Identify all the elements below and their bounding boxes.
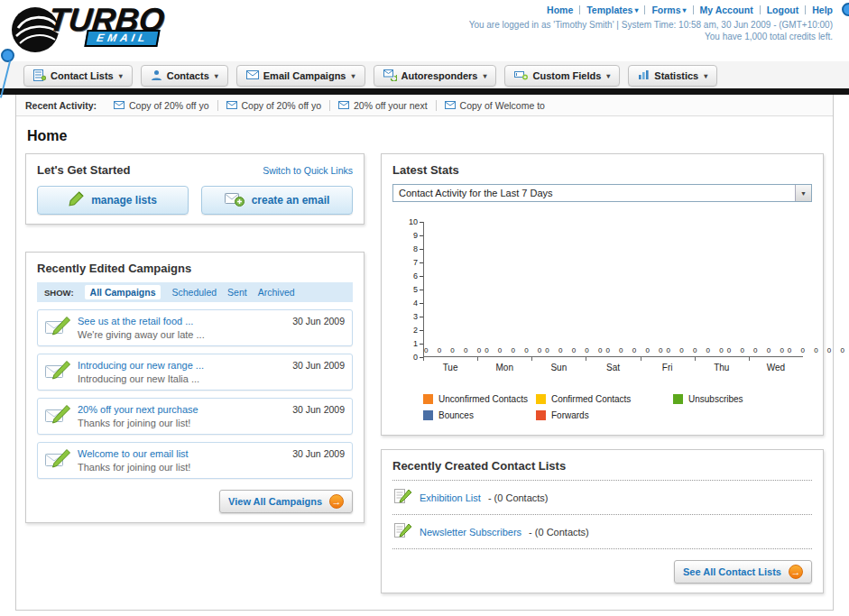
manage-lists-button[interactable]: manage lists <box>37 186 189 215</box>
campaign-date: 30 Jun 2009 <box>292 316 345 326</box>
chevron-down-icon: ▾ <box>215 72 218 80</box>
email-campaigns-icon <box>246 70 259 81</box>
campaign-subtitle: Thanks for joining our list! <box>78 418 285 428</box>
filter-scheduled[interactable]: Scheduled <box>171 287 217 298</box>
recent-activity-text: Copy of Welcome to <box>460 100 545 111</box>
separator <box>805 5 806 14</box>
autoresponders-icon <box>383 69 397 83</box>
pencil-icon <box>69 191 84 209</box>
legend-swatch <box>423 410 433 420</box>
main-nav: Contact Lists ▾ Contacts ▾ Email Campaig… <box>0 61 849 88</box>
chart-series-values: 0 0 0 0 0 <box>545 346 605 354</box>
tab-custom-fields[interactable]: Custom Fields ▾ <box>504 65 620 87</box>
envelope-plus-icon <box>225 192 245 209</box>
recent-activity-item[interactable]: Copy of 20% off yo <box>218 100 331 111</box>
chart-x-axis: TueMonSunSatFriThuWed <box>423 357 803 372</box>
chevron-down-icon: ▾ <box>606 72 610 80</box>
email-edit-icon <box>45 405 70 427</box>
tab-contacts[interactable]: Contacts ▾ <box>141 65 228 87</box>
separator <box>579 5 580 14</box>
legend-swatch <box>423 394 433 404</box>
recent-activity-item[interactable]: 20% off your next <box>330 100 437 111</box>
statistics-icon <box>638 69 650 82</box>
legend-swatch <box>536 394 546 404</box>
x-axis-label: Sun <box>531 357 586 372</box>
tab-contact-lists[interactable]: Contact Lists ▾ <box>23 65 133 87</box>
y-tick-label: 7 <box>413 259 418 267</box>
chart-series-values: 0 0 0 0 0 <box>484 346 545 354</box>
tab-label: Contact Lists <box>51 70 114 81</box>
tab-email-campaigns[interactable]: Email Campaigns ▾ <box>236 65 365 87</box>
campaign-date: 30 Jun 2009 <box>292 360 345 371</box>
campaign-row[interactable]: 20% off your next purchase Thanks for jo… <box>37 398 353 435</box>
button-label: See All Contact Lists <box>683 566 781 577</box>
legend-label: Forwards <box>551 410 589 420</box>
campaign-title-link[interactable]: See us at the retail food ... <box>78 316 285 326</box>
filter-all-campaigns[interactable]: All Campaigns <box>85 285 161 299</box>
select-value: Contact Activity for the Last 7 Days <box>399 188 553 198</box>
y-tick-label: 6 <box>413 272 418 280</box>
y-tick-label: 10 <box>409 218 418 226</box>
contact-activity-chart: 109876543210 0 0 0 0 00 0 0 0 00 0 0 0 0… <box>392 222 812 372</box>
contact-list-link[interactable]: Exhibition List <box>420 492 481 503</box>
contact-list-link[interactable]: Newsletter Subscribers <box>420 527 521 538</box>
tab-label: Autoresponders <box>401 70 478 81</box>
campaign-row[interactable]: Welcome to our email list Thanks for joi… <box>37 442 353 479</box>
chevron-down-icon: ▾ <box>704 72 707 80</box>
chart-series-values: 0 0 0 0 0 <box>788 346 848 354</box>
link-label: My Account <box>700 5 753 15</box>
switch-to-quick-links-link[interactable]: Switch to Quick Links <box>263 165 353 176</box>
legend-label: Bounces <box>438 410 474 420</box>
see-all-contact-lists-button[interactable]: See All Contact Lists → <box>674 560 812 584</box>
contact-list-row[interactable]: Exhibition List - (0 Contacts) <box>392 480 812 515</box>
x-axis-label: Wed <box>749 357 803 372</box>
envelope-icon <box>114 100 125 111</box>
campaign-title-link[interactable]: 20% off your next purchase <box>78 404 285 415</box>
latest-stats-panel: Latest Stats Contact Activity for the La… <box>381 153 824 436</box>
view-all-campaigns-button[interactable]: View All Campaigns → <box>219 490 353 513</box>
y-tick-label: 4 <box>413 299 418 308</box>
page-title: Home <box>16 116 833 153</box>
legend-swatch <box>673 394 683 404</box>
campaign-row[interactable]: See us at the retail food ... We're givi… <box>37 309 353 346</box>
contact-list-row[interactable]: Newsletter Subscribers - (0 Contacts) <box>392 515 812 549</box>
x-axis-label: Tue <box>423 357 477 372</box>
latest-stats-title: Latest Stats <box>392 163 812 177</box>
recent-activity-item[interactable]: Copy of 20% off yo <box>106 100 218 111</box>
tab-autoresponders[interactable]: Autoresponders ▾ <box>374 65 497 87</box>
link-help[interactable]: Help <box>812 5 833 15</box>
recent-activity-item[interactable]: Copy of Welcome to <box>437 100 553 111</box>
create-email-button[interactable]: create an email <box>201 186 353 215</box>
y-tick: 5 <box>413 286 423 294</box>
contact-count: - (0 Contacts) <box>488 492 549 503</box>
link-label: Templates <box>586 5 632 15</box>
contact-count: - (0 Contacts) <box>529 527 589 538</box>
stats-period-select[interactable]: Contact Activity for the Last 7 Days ▼ <box>392 184 812 202</box>
campaign-title-link[interactable]: Introducing our new range ... <box>78 360 285 371</box>
campaign-row[interactable]: Introducing our new range ... Introducin… <box>37 354 353 391</box>
link-my-account[interactable]: My Account <box>700 5 753 15</box>
y-tick: 3 <box>413 313 423 321</box>
y-tick: 0 <box>413 354 423 362</box>
chart-series-values: 0 0 0 0 0 <box>727 346 788 354</box>
y-tick: 8 <box>413 245 423 253</box>
credits-info: You have 1,000 total credits left. <box>469 32 833 41</box>
campaign-date: 30 Jun 2009 <box>292 404 345 415</box>
y-tick: 1 <box>413 340 423 348</box>
separator <box>644 5 645 14</box>
legend-swatch <box>536 410 546 420</box>
link-forms[interactable]: Forms▾ <box>651 5 686 15</box>
link-templates[interactable]: Templates▾ <box>586 5 638 15</box>
link-home[interactable]: Home <box>547 5 573 15</box>
recent-activity-bar: Recent Activity: Copy of 20% off yo Copy… <box>16 95 833 116</box>
contact-lists-title: Recently Created Contact Lists <box>392 459 812 473</box>
link-logout[interactable]: Logout <box>767 5 799 15</box>
filter-sent[interactable]: Sent <box>227 287 247 298</box>
top-right-block: Home Templates▾ Forms▾ My Account Logout… <box>469 5 833 41</box>
filter-archived[interactable]: Archived <box>258 287 295 298</box>
chart-series-values: 0 0 0 0 0 <box>667 346 727 354</box>
tab-statistics[interactable]: Statistics ▾ <box>628 65 717 87</box>
campaign-title-link[interactable]: Welcome to our email list <box>78 448 285 459</box>
arrow-right-icon: → <box>789 565 803 579</box>
tab-label: Statistics <box>654 70 698 81</box>
